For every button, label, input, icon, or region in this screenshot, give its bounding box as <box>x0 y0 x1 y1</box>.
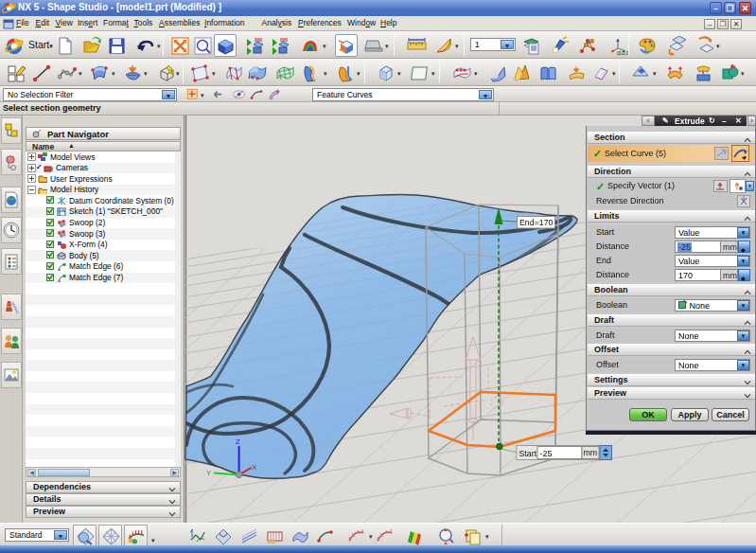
svg-text:X: X <box>252 463 257 472</box>
svg-text:-25: -25 <box>540 449 553 458</box>
svg-text:End=170: End=170 <box>519 218 554 227</box>
svg-text:mm: mm <box>584 448 598 457</box>
svg-text:Z: Z <box>236 437 240 446</box>
svg-text:Y: Y <box>206 469 212 477</box>
svg-text:Start: Start <box>519 449 537 458</box>
svg-text:(0,0,0): (0,0,0) <box>617 50 628 56</box>
